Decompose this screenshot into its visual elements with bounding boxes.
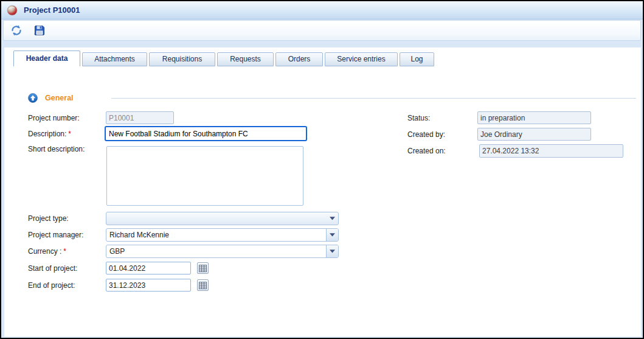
project-manager-value: Richard McKennie: [106, 229, 326, 241]
project-manager-dropdown-button[interactable]: [326, 229, 338, 241]
row-start-of-project: Start of project:: [1, 262, 643, 275]
currency-label: Currency :*: [28, 247, 66, 256]
created-on-label: Created on:: [407, 147, 446, 155]
toolbar: [3, 20, 641, 41]
title-bar: Project P10001: [1, 1, 643, 19]
calendar-icon: [199, 282, 207, 289]
created-by-field: [477, 128, 591, 141]
save-button[interactable]: [32, 23, 47, 38]
end-of-project-label: End of project:: [28, 281, 75, 290]
tab-attachments[interactable]: Attachments: [82, 52, 147, 66]
app-logo-icon: [7, 5, 18, 16]
end-of-project-input[interactable]: [106, 279, 191, 292]
calendar-icon: [199, 265, 207, 272]
currency-value: GBP: [106, 245, 326, 257]
row-status: Status:: [1, 111, 643, 125]
tab-bar: Header data Attachments Requisitions Req…: [13, 51, 436, 66]
chevron-down-icon: [330, 250, 335, 253]
start-date-calendar-button[interactable]: [197, 262, 209, 274]
row-created-by: Created by:: [1, 128, 643, 141]
save-icon: [33, 24, 46, 37]
created-on-field: [479, 144, 623, 158]
row-end-of-project: End of project:: [1, 279, 643, 292]
project-manager-select[interactable]: Richard McKennie: [106, 228, 339, 242]
window-title: Project P10001: [24, 5, 80, 15]
tab-requisitions[interactable]: Requisitions: [149, 52, 215, 66]
tab-header-data[interactable]: Header data: [13, 51, 80, 66]
end-date-calendar-button[interactable]: [197, 279, 209, 291]
start-of-project-label: Start of project:: [28, 264, 77, 273]
section-divider: [111, 98, 636, 99]
app-window: Project P10001 Header data Attachmen: [0, 0, 644, 339]
project-type-dropdown-button[interactable]: [327, 212, 338, 225]
section-general-header: General: [28, 93, 636, 103]
chevron-down-icon: [330, 233, 335, 237]
refresh-button[interactable]: [9, 23, 24, 38]
chevron-down-icon: [330, 217, 335, 220]
collapse-up-icon[interactable]: [28, 93, 38, 103]
row-currency: Currency :* GBP: [1, 245, 643, 258]
created-by-label: Created by:: [407, 130, 445, 139]
project-manager-label: Project manager:: [28, 231, 83, 239]
currency-dropdown-button[interactable]: [326, 245, 338, 257]
tab-orders[interactable]: Orders: [275, 52, 323, 66]
row-project-type: Project type:: [1, 212, 643, 225]
refresh-icon: [10, 24, 23, 37]
tab-log[interactable]: Log: [400, 52, 434, 66]
row-project-manager: Project manager: Richard McKennie: [1, 228, 643, 242]
currency-select[interactable]: GBP: [106, 245, 339, 258]
project-type-select[interactable]: [106, 212, 339, 225]
status-label: Status:: [407, 114, 430, 122]
tab-service-entries[interactable]: Service entries: [325, 52, 398, 66]
row-created-on: Created on:: [1, 144, 643, 158]
project-type-label: Project type:: [28, 214, 69, 223]
section-title: General: [45, 94, 74, 102]
project-type-value: [106, 212, 327, 225]
start-of-project-input[interactable]: [106, 262, 191, 274]
required-mark: *: [63, 247, 66, 256]
tab-requests[interactable]: Requests: [217, 52, 274, 66]
status-field: [477, 111, 591, 124]
